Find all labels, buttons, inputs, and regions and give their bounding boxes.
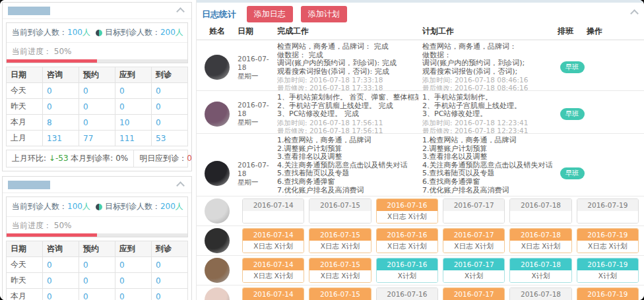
mom-arrow-down-icon: ↓ [49,154,55,163]
add-plan-button[interactable]: 添加计划 [301,6,347,22]
calendar-card[interactable]: 2016-07-19X日志 [577,287,639,300]
completed-work-cell: 1、手机站策划制作。 首页、弹窗、整体框架完成。2、手机站子宫肌瘤上线处理。 完… [277,91,422,134]
kpi-value-cell: 0 [43,289,79,300]
log-column-header: 日期 [238,26,277,37]
tomorrow-expected: 明日应到诊：0 [133,150,197,167]
calendar-card[interactable]: 2016-07-18X计划 [509,258,571,283]
progress-pie-icon [96,30,102,36]
avatar-cell [197,228,238,253]
calendar-card[interactable]: 2016-07-18 [509,198,571,224]
kpi-row-label: 今天 [7,83,43,99]
log-calendar-row: 2016-07-14X日志2016-07-15X日志 X计划2016-07-16… [197,285,644,300]
table-row: 今天0000 [7,83,188,99]
kpi-value-cell: 0 [152,83,188,99]
calendar-card[interactable]: 2016-07-18 [509,287,571,300]
collapse-chevron-icon[interactable] [176,7,185,16]
work-line: 观看搜索词报告(添词，否词); [422,68,554,76]
add-buttons-holder: 添加日志添加计划 [239,9,347,18]
calendar-card[interactable]: 2016-07-17X日志 X计划 [443,228,505,253]
shift-cell: 早班 [558,61,587,73]
progress-label: 当前进度： [12,221,54,230]
calendar-card[interactable]: 2016-07-15X日志 X计划 [309,228,371,253]
app-window: 当前到诊人数：100人目标到诊人数：200人当前进度： 50%日期咨询预约应到到… [0,0,644,300]
work-line: 3.查看排名以及调整 [277,153,418,162]
add-log-button[interactable]: 添加日志 [247,6,293,22]
table-row: 今天0000 [7,257,188,273]
log-date: 2016-07-18 [238,55,277,72]
calendar-card[interactable]: 2016-07-17X计划 [443,258,505,283]
log-calendar-row: 2016-07-14X日志 X计划2016-07-15X日志 X计划2016-0… [197,256,644,285]
avatar-cell [197,287,238,300]
left-column: 当前到诊人数：100人目标到诊人数：200人当前进度： 50%日期咨询预约应到到… [0,0,194,300]
calendar-card[interactable]: 2016-07-17X日志 X计划 [443,287,505,300]
calendar-card-label: X计划 [443,270,504,282]
progress-label-line: 当前进度： 50% [7,217,187,233]
log-weekday: 星期一 [238,72,277,80]
shift-cell: 早班 [558,167,587,179]
kpi-table-header-cell: 到诊 [152,67,188,83]
progress-value: 50% [54,47,72,56]
calendar-card[interactable]: 2016-07-14 [242,198,304,224]
kpi-value-cell: 0 [152,115,188,131]
avatar [205,287,230,300]
calendar-card-label: X日志 X计划 [309,241,370,253]
kpi-value-cell: 0 [43,257,79,273]
kpi-table-header-cell: 预约 [79,67,115,83]
calendar-card[interactable]: 2016-07-14X日志 X计划 [242,258,304,283]
calendar-card-date: 2016-07-17 [443,199,504,211]
kpi-value-cell: 0 [79,99,115,115]
calendar-card[interactable]: 2016-07-16X日志 X计划 [376,198,438,224]
kpi-value-cell: 0 [79,115,115,131]
log-statistics-panel: 日志统计 添加日志添加计划 姓名日期完成工作计划工作排班操作 2016-07-1… [196,0,644,300]
calendar-card-date: 2016-07-15 [309,229,370,241]
collapse-chevron-icon[interactable] [176,181,185,190]
kpi-stat-box: 当前到诊人数：100人目标到诊人数：200人当前进度： 50% [6,196,188,237]
calendar-card[interactable]: 2016-07-14X日志 X计划 [242,228,304,253]
calendar-card-label [243,211,304,223]
work-line: 检查网站，商务通，品牌词： 完成 [277,43,418,51]
shift-badge: 早班 [560,61,585,73]
calendar-card[interactable]: 2016-07-16 [376,287,438,300]
log-detail-row: 2016-07-18星期一1.检查网站，商务通，品牌词2.调整账户计划预算3.查… [197,134,644,196]
log-panel-title: 日志统计 [202,9,236,19]
target-arrivals-unit: 人 [176,202,183,211]
calendar-card[interactable]: 2016-07-14X日志 [242,287,304,300]
calendar-card[interactable]: 2016-07-17 [443,198,505,224]
work-line: 3、PC站修改处理。 [422,110,554,119]
modified-time: 最后修改: 2016-07-18 17:56:11 [277,127,418,134]
kpi-row-label: 昨天 [7,273,43,289]
calendar-card-label: X日志 X计划 [377,241,437,253]
calendar-card[interactable]: 2016-07-15X日志 X计划 [309,287,371,300]
calendar-card[interactable]: 2016-07-15X日志 X计划 [309,258,371,283]
collapse-chevron-icon[interactable] [630,9,639,18]
calendar-card-date: 2016-07-14 [243,199,304,211]
avatar [205,55,230,80]
work-line: 4.关注商务通预防恶意点击以及错失对话 [422,162,554,170]
work-line: 1、手机站策划制作。 首页、弹窗、整体框架完成。 [277,94,418,102]
calendar-card[interactable]: 2016-07-18X日志 X计划 [509,228,571,253]
calendar-card-label [443,211,504,223]
avatar-cell [197,198,238,224]
calendar-card[interactable]: 2016-07-16X日志 X计划 [376,228,438,253]
calendar-card[interactable]: 2016-07-15 [309,198,371,224]
kpi-value-cell: 10 [115,115,152,131]
calendar-card[interactable]: 2016-07-19 [577,198,639,224]
kpi-value-cell: 77 [79,131,115,146]
work-line: 2、手机站子宫肌瘤上线处理。 完成 [277,102,418,111]
arrival-stats-line: 当前到诊人数：100人目标到诊人数：200人 [7,23,187,43]
calendar-card-label [510,211,571,223]
calendar-card[interactable]: 2016-07-19X日志 X计划 [577,228,639,253]
calendar-card-date: 2016-07-16 [377,288,437,300]
calendar-card[interactable]: 2016-07-16X计划 [376,258,438,283]
panel-title-redacted [8,7,50,15]
work-line: 调词(账户内的预约词，到诊词); [422,59,554,68]
avatar [205,102,230,127]
calendar-card-date: 2016-07-15 [309,258,370,270]
kpi-value-cell: 0 [79,257,115,273]
calendar-card-date: 2016-07-15 [309,288,370,300]
kpi-value-cell: 0 [79,83,115,99]
calendar-card[interactable]: 2016-07-19X计划 [577,258,639,283]
kpi-row-label: 昨天 [7,99,43,115]
log-calendar-row: 2016-07-14X日志 X计划2016-07-15X日志 X计划2016-0… [197,226,644,256]
log-date-cell: 2016-07-18星期一 [238,161,277,187]
